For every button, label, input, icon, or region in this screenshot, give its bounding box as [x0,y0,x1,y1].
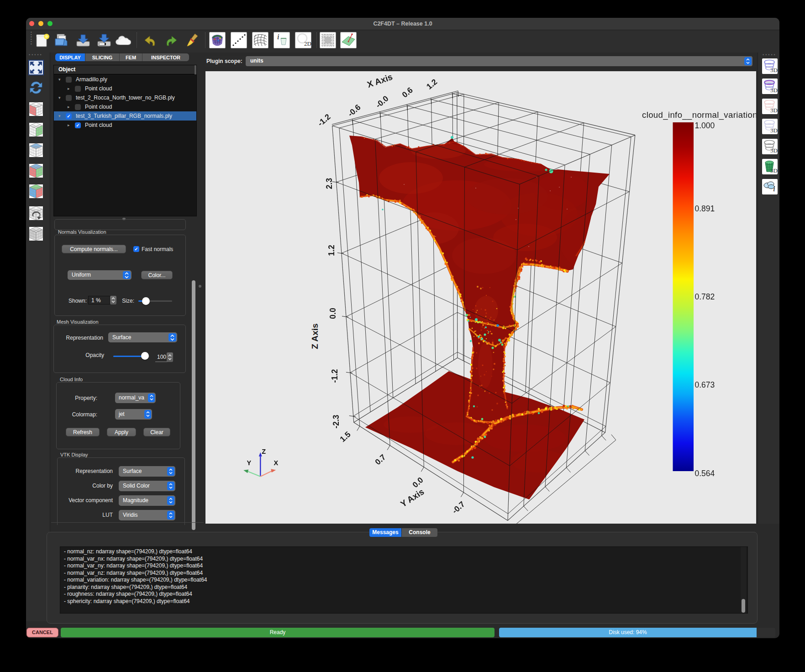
svg-text:cloud_info__normal_variation: cloud_info__normal_variation [642,110,756,120]
svg-text:1.000: 1.000 [695,121,715,130]
svg-text:0.891: 0.891 [695,204,715,213]
svg-text:X: X [274,459,278,467]
svg-text:3D: 3D [770,127,778,134]
svg-text:Z Axis: Z Axis [310,323,320,349]
svg-text:0.673: 0.673 [695,380,715,389]
svg-text:0.0: 0.0 [328,308,337,319]
svg-text:3D: 3D [770,107,778,114]
svg-text:1.2: 1.2 [327,245,336,256]
svg-text:-1.2: -1.2 [330,369,339,383]
svg-text:Z: Z [262,448,266,455]
svg-text:3D: 3D [770,167,778,174]
svg-text:0.782: 0.782 [695,292,715,301]
svg-text:2D: 2D [304,40,311,47]
svg-text:3D: 3D [770,87,778,94]
svg-text:2.3: 2.3 [325,178,334,189]
svg-text:0.564: 0.564 [695,469,715,478]
svg-text:3D: 3D [770,67,778,74]
svg-text:3D: 3D [770,147,778,154]
svg-text:i: i [277,33,279,41]
svg-text:Y: Y [247,459,251,467]
svg-text:-2.3: -2.3 [331,415,341,428]
svg-text:i: i [773,184,775,193]
